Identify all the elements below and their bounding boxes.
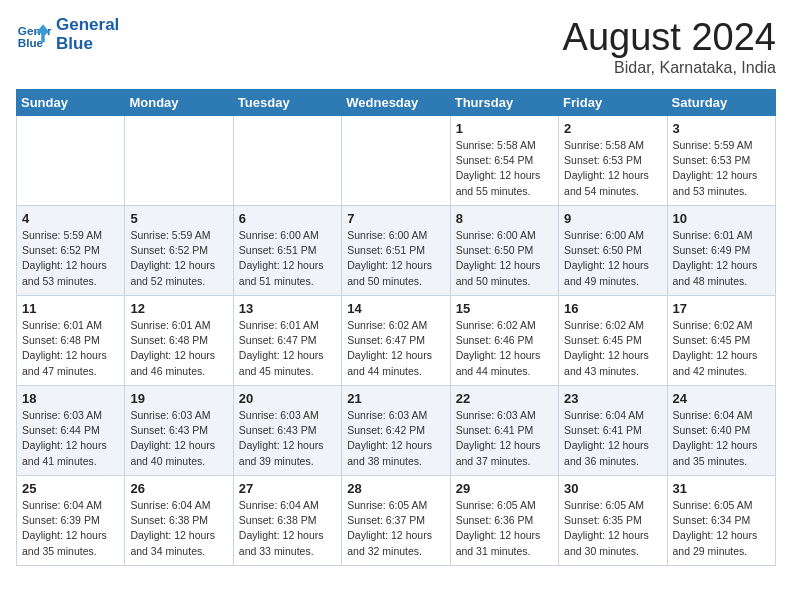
day-number: 19: [130, 391, 227, 406]
day-number: 14: [347, 301, 444, 316]
calendar-cell: 22Sunrise: 6:03 AM Sunset: 6:41 PM Dayli…: [450, 386, 558, 476]
day-info: Sunrise: 6:00 AM Sunset: 6:51 PM Dayligh…: [347, 228, 444, 289]
day-number: 5: [130, 211, 227, 226]
weekday-header-friday: Friday: [559, 90, 667, 116]
day-info: Sunrise: 6:01 AM Sunset: 6:49 PM Dayligh…: [673, 228, 770, 289]
day-number: 28: [347, 481, 444, 496]
day-info: Sunrise: 6:05 AM Sunset: 6:37 PM Dayligh…: [347, 498, 444, 559]
day-number: 27: [239, 481, 336, 496]
calendar-cell: 13Sunrise: 6:01 AM Sunset: 6:47 PM Dayli…: [233, 296, 341, 386]
day-info: Sunrise: 6:01 AM Sunset: 6:48 PM Dayligh…: [130, 318, 227, 379]
day-number: 20: [239, 391, 336, 406]
day-number: 15: [456, 301, 553, 316]
day-info: Sunrise: 6:04 AM Sunset: 6:38 PM Dayligh…: [239, 498, 336, 559]
calendar-cell: [342, 116, 450, 206]
day-number: 17: [673, 301, 770, 316]
calendar-cell: 26Sunrise: 6:04 AM Sunset: 6:38 PM Dayli…: [125, 476, 233, 566]
weekday-header-row: SundayMondayTuesdayWednesdayThursdayFrid…: [17, 90, 776, 116]
calendar-cell: 15Sunrise: 6:02 AM Sunset: 6:46 PM Dayli…: [450, 296, 558, 386]
day-number: 16: [564, 301, 661, 316]
calendar-cell: 6Sunrise: 6:00 AM Sunset: 6:51 PM Daylig…: [233, 206, 341, 296]
day-info: Sunrise: 6:04 AM Sunset: 6:39 PM Dayligh…: [22, 498, 119, 559]
calendar-week-row: 1Sunrise: 5:58 AM Sunset: 6:54 PM Daylig…: [17, 116, 776, 206]
weekday-header-sunday: Sunday: [17, 90, 125, 116]
day-info: Sunrise: 5:59 AM Sunset: 6:52 PM Dayligh…: [22, 228, 119, 289]
day-info: Sunrise: 6:00 AM Sunset: 6:50 PM Dayligh…: [564, 228, 661, 289]
calendar-cell: 19Sunrise: 6:03 AM Sunset: 6:43 PM Dayli…: [125, 386, 233, 476]
day-number: 30: [564, 481, 661, 496]
calendar-cell: 8Sunrise: 6:00 AM Sunset: 6:50 PM Daylig…: [450, 206, 558, 296]
calendar-cell: 1Sunrise: 5:58 AM Sunset: 6:54 PM Daylig…: [450, 116, 558, 206]
day-number: 26: [130, 481, 227, 496]
day-number: 4: [22, 211, 119, 226]
day-number: 18: [22, 391, 119, 406]
day-info: Sunrise: 5:58 AM Sunset: 6:53 PM Dayligh…: [564, 138, 661, 199]
day-info: Sunrise: 6:03 AM Sunset: 6:43 PM Dayligh…: [239, 408, 336, 469]
day-number: 1: [456, 121, 553, 136]
day-info: Sunrise: 6:03 AM Sunset: 6:42 PM Dayligh…: [347, 408, 444, 469]
calendar-week-row: 25Sunrise: 6:04 AM Sunset: 6:39 PM Dayli…: [17, 476, 776, 566]
day-info: Sunrise: 6:05 AM Sunset: 6:35 PM Dayligh…: [564, 498, 661, 559]
day-info: Sunrise: 6:04 AM Sunset: 6:38 PM Dayligh…: [130, 498, 227, 559]
calendar-cell: 14Sunrise: 6:02 AM Sunset: 6:47 PM Dayli…: [342, 296, 450, 386]
day-info: Sunrise: 6:04 AM Sunset: 6:40 PM Dayligh…: [673, 408, 770, 469]
calendar-subtitle: Bidar, Karnataka, India: [563, 59, 776, 77]
svg-text:Blue: Blue: [18, 35, 44, 48]
day-number: 13: [239, 301, 336, 316]
day-info: Sunrise: 6:03 AM Sunset: 6:43 PM Dayligh…: [130, 408, 227, 469]
day-info: Sunrise: 6:02 AM Sunset: 6:47 PM Dayligh…: [347, 318, 444, 379]
day-number: 8: [456, 211, 553, 226]
calendar-cell: 17Sunrise: 6:02 AM Sunset: 6:45 PM Dayli…: [667, 296, 775, 386]
day-info: Sunrise: 6:04 AM Sunset: 6:41 PM Dayligh…: [564, 408, 661, 469]
calendar-cell: 2Sunrise: 5:58 AM Sunset: 6:53 PM Daylig…: [559, 116, 667, 206]
calendar-cell: 16Sunrise: 6:02 AM Sunset: 6:45 PM Dayli…: [559, 296, 667, 386]
day-info: Sunrise: 6:05 AM Sunset: 6:36 PM Dayligh…: [456, 498, 553, 559]
calendar-table: SundayMondayTuesdayWednesdayThursdayFrid…: [16, 89, 776, 566]
day-info: Sunrise: 5:59 AM Sunset: 6:53 PM Dayligh…: [673, 138, 770, 199]
logo-text-line1: General: [56, 16, 119, 35]
day-number: 25: [22, 481, 119, 496]
calendar-cell: 31Sunrise: 6:05 AM Sunset: 6:34 PM Dayli…: [667, 476, 775, 566]
day-info: Sunrise: 6:03 AM Sunset: 6:44 PM Dayligh…: [22, 408, 119, 469]
day-number: 23: [564, 391, 661, 406]
day-number: 11: [22, 301, 119, 316]
calendar-cell: [17, 116, 125, 206]
day-number: 7: [347, 211, 444, 226]
day-number: 21: [347, 391, 444, 406]
weekday-header-wednesday: Wednesday: [342, 90, 450, 116]
logo-text-line2: Blue: [56, 35, 119, 54]
calendar-cell: [233, 116, 341, 206]
page-header: General Blue General Blue August 2024 Bi…: [16, 16, 776, 77]
logo: General Blue General Blue: [16, 16, 119, 53]
day-info: Sunrise: 6:00 AM Sunset: 6:51 PM Dayligh…: [239, 228, 336, 289]
calendar-cell: 28Sunrise: 6:05 AM Sunset: 6:37 PM Dayli…: [342, 476, 450, 566]
day-number: 22: [456, 391, 553, 406]
day-info: Sunrise: 6:01 AM Sunset: 6:48 PM Dayligh…: [22, 318, 119, 379]
day-number: 3: [673, 121, 770, 136]
calendar-cell: 11Sunrise: 6:01 AM Sunset: 6:48 PM Dayli…: [17, 296, 125, 386]
day-number: 10: [673, 211, 770, 226]
day-info: Sunrise: 6:01 AM Sunset: 6:47 PM Dayligh…: [239, 318, 336, 379]
day-info: Sunrise: 6:00 AM Sunset: 6:50 PM Dayligh…: [456, 228, 553, 289]
day-info: Sunrise: 6:02 AM Sunset: 6:45 PM Dayligh…: [673, 318, 770, 379]
day-info: Sunrise: 6:02 AM Sunset: 6:45 PM Dayligh…: [564, 318, 661, 379]
calendar-cell: 27Sunrise: 6:04 AM Sunset: 6:38 PM Dayli…: [233, 476, 341, 566]
day-number: 29: [456, 481, 553, 496]
calendar-cell: 5Sunrise: 5:59 AM Sunset: 6:52 PM Daylig…: [125, 206, 233, 296]
day-number: 6: [239, 211, 336, 226]
logo-icon: General Blue: [16, 17, 52, 53]
weekday-header-monday: Monday: [125, 90, 233, 116]
calendar-cell: 20Sunrise: 6:03 AM Sunset: 6:43 PM Dayli…: [233, 386, 341, 476]
weekday-header-thursday: Thursday: [450, 90, 558, 116]
day-number: 12: [130, 301, 227, 316]
calendar-week-row: 4Sunrise: 5:59 AM Sunset: 6:52 PM Daylig…: [17, 206, 776, 296]
calendar-cell: 23Sunrise: 6:04 AM Sunset: 6:41 PM Dayli…: [559, 386, 667, 476]
weekday-header-saturday: Saturday: [667, 90, 775, 116]
day-info: Sunrise: 6:03 AM Sunset: 6:41 PM Dayligh…: [456, 408, 553, 469]
calendar-cell: 3Sunrise: 5:59 AM Sunset: 6:53 PM Daylig…: [667, 116, 775, 206]
day-number: 31: [673, 481, 770, 496]
calendar-cell: 7Sunrise: 6:00 AM Sunset: 6:51 PM Daylig…: [342, 206, 450, 296]
calendar-cell: 18Sunrise: 6:03 AM Sunset: 6:44 PM Dayli…: [17, 386, 125, 476]
calendar-cell: 4Sunrise: 5:59 AM Sunset: 6:52 PM Daylig…: [17, 206, 125, 296]
calendar-cell: 30Sunrise: 6:05 AM Sunset: 6:35 PM Dayli…: [559, 476, 667, 566]
